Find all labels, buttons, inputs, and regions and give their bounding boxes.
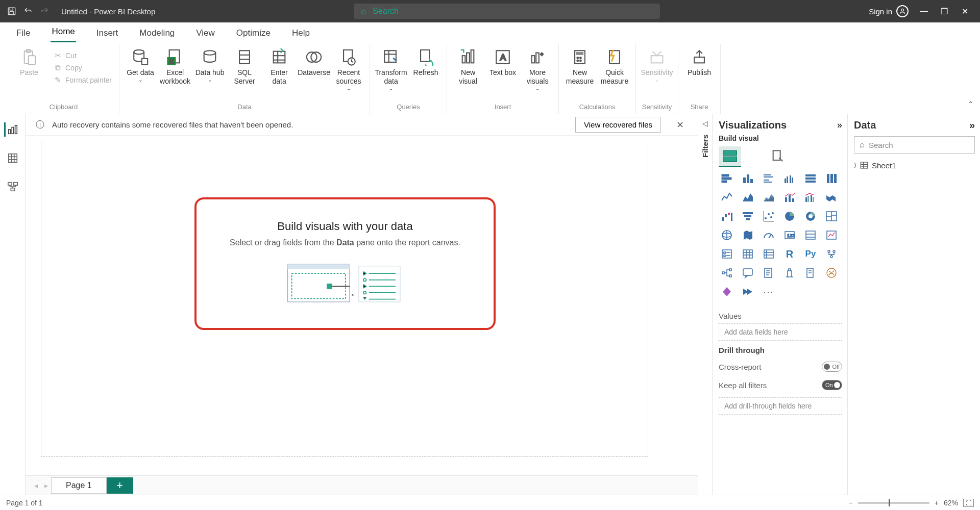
- table-sheet1[interactable]: ⟩ Sheet1: [854, 161, 975, 170]
- quick-measure-button[interactable]: Quick measure: [599, 47, 630, 87]
- viz-py[interactable]: Py: [802, 246, 819, 262]
- undo-icon[interactable]: [21, 5, 35, 18]
- tab-prev-button[interactable]: ◂: [31, 481, 41, 490]
- paste-button[interactable]: Paste: [13, 47, 45, 78]
- viz-table[interactable]: [740, 246, 756, 262]
- canvas-scroll[interactable]: Build visuals with your data Select or d…: [26, 136, 698, 475]
- viz-matrix[interactable]: [761, 246, 777, 262]
- menu-file[interactable]: File: [15, 24, 31, 42]
- viz-map[interactable]: [719, 227, 735, 243]
- viz-ribbon[interactable]: [823, 190, 840, 205]
- menu-insert[interactable]: Insert: [95, 24, 119, 42]
- drillthrough-drop[interactable]: Add drill-through fields here: [719, 397, 842, 415]
- viz-donut[interactable]: [802, 209, 819, 224]
- menu-optimize[interactable]: Optimize: [235, 24, 272, 42]
- viz-100-bar[interactable]: [802, 171, 819, 186]
- fit-page-button[interactable]: ⛶: [963, 499, 974, 507]
- values-drop[interactable]: Add data fields here: [719, 323, 842, 341]
- viz-powerapp[interactable]: [719, 284, 735, 299]
- viz-multi-card[interactable]: [802, 227, 819, 243]
- viz-goals[interactable]: [781, 265, 798, 280]
- viz-stacked-bar[interactable]: [719, 171, 735, 186]
- viz-treemap[interactable]: [823, 209, 840, 224]
- viz-arcgis[interactable]: [823, 265, 840, 280]
- viz-narrative[interactable]: [761, 265, 777, 280]
- viz-qa[interactable]: [740, 265, 756, 280]
- redo-icon[interactable]: [38, 5, 51, 18]
- menu-home[interactable]: Home: [51, 22, 76, 42]
- excel-workbook-button[interactable]: XExcel workbook: [159, 47, 191, 87]
- copy-button[interactable]: ⧉Copy: [51, 62, 84, 73]
- transform-data-button[interactable]: Transform data⌄: [375, 47, 407, 92]
- build-visual-tab[interactable]: [719, 146, 741, 167]
- publish-button[interactable]: Publish: [683, 47, 715, 78]
- zoom-in-button[interactable]: +: [935, 499, 939, 507]
- menu-view[interactable]: View: [195, 24, 216, 42]
- keep-filters-toggle[interactable]: On: [822, 380, 842, 390]
- expand-filters-icon[interactable]: ◁: [702, 119, 708, 128]
- zoom-out-button[interactable]: −: [849, 499, 853, 507]
- get-data-button[interactable]: Get data⌄: [125, 47, 156, 84]
- collapse-ribbon-button[interactable]: ⌃: [968, 100, 974, 108]
- viz-line-clustered-col[interactable]: [802, 190, 819, 205]
- recent-sources-button[interactable]: Recent sources⌄: [333, 47, 364, 92]
- viz-gauge[interactable]: [761, 227, 777, 243]
- viz-paginated[interactable]: [802, 265, 819, 280]
- viz-automate[interactable]: [740, 284, 756, 299]
- notice-close-button[interactable]: ✕: [672, 119, 688, 131]
- filters-pane-collapsed[interactable]: ◁ Filters: [698, 114, 712, 495]
- view-recovered-files-button[interactable]: View recovered files: [575, 117, 661, 133]
- minimize-button[interactable]: —: [919, 6, 929, 16]
- viz-card[interactable]: 123: [781, 227, 798, 243]
- sql-server-button[interactable]: SQL Server: [229, 47, 260, 87]
- new-visual-button[interactable]: New visual: [452, 47, 484, 87]
- enter-data-button[interactable]: Enter data: [263, 47, 295, 87]
- tab-page-1[interactable]: Page 1: [51, 477, 107, 494]
- viz-line[interactable]: [719, 190, 735, 205]
- viz-clustered-col[interactable]: [781, 171, 798, 186]
- data-hub-button[interactable]: Data hub⌄: [194, 47, 226, 84]
- data-view-button[interactable]: [6, 151, 20, 165]
- dataverse-button[interactable]: Dataverse: [298, 47, 330, 78]
- viz-r[interactable]: R: [781, 246, 798, 262]
- cross-report-toggle[interactable]: Off: [822, 362, 842, 372]
- viz-decomposition[interactable]: [719, 265, 735, 280]
- collapse-viz-button[interactable]: »: [837, 120, 842, 131]
- collapse-data-button[interactable]: »: [969, 119, 975, 131]
- cut-button[interactable]: ✂Cut: [51, 50, 79, 61]
- viz-pie[interactable]: [781, 209, 798, 224]
- viz-stacked-col[interactable]: [740, 171, 756, 186]
- format-visual-tab[interactable]: [767, 146, 789, 167]
- report-canvas[interactable]: Build visuals with your data Select or d…: [41, 141, 648, 457]
- viz-scatter[interactable]: [761, 209, 777, 224]
- model-view-button[interactable]: [6, 180, 20, 194]
- viz-100-col[interactable]: [823, 171, 840, 186]
- viz-more[interactable]: ···: [761, 284, 777, 299]
- tab-next-button[interactable]: ▸: [41, 481, 51, 490]
- viz-funnel[interactable]: [740, 209, 756, 224]
- viz-kpi[interactable]: [823, 227, 840, 243]
- sign-in-button[interactable]: Sign in: [869, 5, 909, 17]
- report-view-button[interactable]: [4, 122, 18, 137]
- save-icon[interactable]: [5, 5, 18, 18]
- more-visuals-button[interactable]: More visuals⌄: [522, 47, 553, 92]
- viz-filled-map[interactable]: [740, 227, 756, 243]
- viz-waterfall[interactable]: [719, 209, 735, 224]
- maximize-button[interactable]: ❐: [939, 6, 949, 16]
- menu-help[interactable]: Help: [291, 24, 311, 42]
- add-page-button[interactable]: +: [107, 477, 133, 494]
- sensitivity-button[interactable]: Sensitivity⌄: [641, 47, 673, 84]
- refresh-button[interactable]: Refresh: [410, 47, 442, 78]
- new-measure-button[interactable]: New measure: [564, 47, 596, 87]
- viz-key-influencers[interactable]: [823, 246, 840, 262]
- viz-line-stacked-col[interactable]: [781, 190, 798, 205]
- format-painter-button[interactable]: ✎Format painter: [51, 74, 114, 86]
- viz-stacked-area[interactable]: [761, 190, 777, 205]
- viz-clustered-bar[interactable]: [761, 171, 777, 186]
- zoom-slider[interactable]: [858, 502, 929, 504]
- text-box-button[interactable]: AText box: [487, 47, 519, 78]
- menu-modeling[interactable]: Modeling: [138, 24, 176, 42]
- data-search-input[interactable]: ⌕Search: [854, 136, 975, 154]
- viz-area[interactable]: [740, 190, 756, 205]
- search-input[interactable]: ⌕ Search: [354, 4, 660, 19]
